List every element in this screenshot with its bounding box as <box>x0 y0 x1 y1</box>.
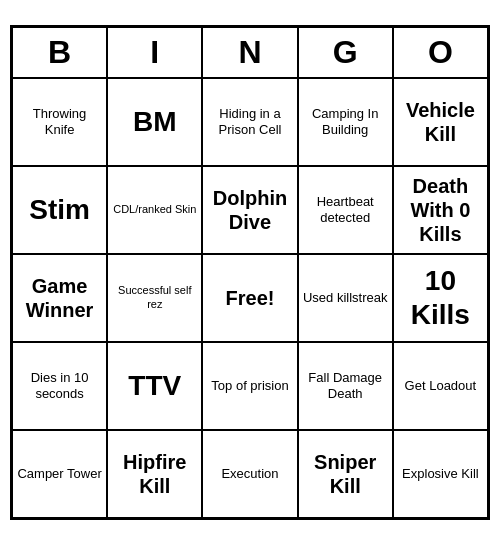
bingo-cell: Vehicle Kill <box>393 78 488 166</box>
header-letter: B <box>12 27 107 78</box>
bingo-cell: Dies in 10 seconds <box>12 342 107 430</box>
bingo-card: BINGO Throwing KnifeBMHiding in a Prison… <box>10 25 490 520</box>
bingo-cell: Used killstreak <box>298 254 393 342</box>
bingo-header: BINGO <box>12 27 488 78</box>
bingo-cell: Throwing Knife <box>12 78 107 166</box>
bingo-cell: Top of prision <box>202 342 297 430</box>
header-letter: N <box>202 27 297 78</box>
bingo-cell: Game Winner <box>12 254 107 342</box>
bingo-cell: Death With 0 Kills <box>393 166 488 254</box>
bingo-cell: Hiding in a Prison Cell <box>202 78 297 166</box>
bingo-cell: Camping In Building <box>298 78 393 166</box>
bingo-cell: Heartbeat detected <box>298 166 393 254</box>
header-letter: G <box>298 27 393 78</box>
bingo-cell: Get Loadout <box>393 342 488 430</box>
bingo-cell: Execution <box>202 430 297 518</box>
bingo-cell: 10 Kills <box>393 254 488 342</box>
header-letter: O <box>393 27 488 78</box>
bingo-cell: Dolphin Dive <box>202 166 297 254</box>
bingo-cell: Fall Damage Death <box>298 342 393 430</box>
bingo-cell: Explosive Kill <box>393 430 488 518</box>
bingo-cell: Hipfire Kill <box>107 430 202 518</box>
bingo-cell: BM <box>107 78 202 166</box>
header-letter: I <box>107 27 202 78</box>
bingo-cell: Camper Tower <box>12 430 107 518</box>
bingo-cell: CDL/ranked Skin <box>107 166 202 254</box>
bingo-cell: TTV <box>107 342 202 430</box>
bingo-cell: Sniper Kill <box>298 430 393 518</box>
bingo-grid: Throwing KnifeBMHiding in a Prison CellC… <box>12 78 488 518</box>
bingo-cell: Stim <box>12 166 107 254</box>
bingo-cell: Successful self rez <box>107 254 202 342</box>
bingo-cell: Free! <box>202 254 297 342</box>
